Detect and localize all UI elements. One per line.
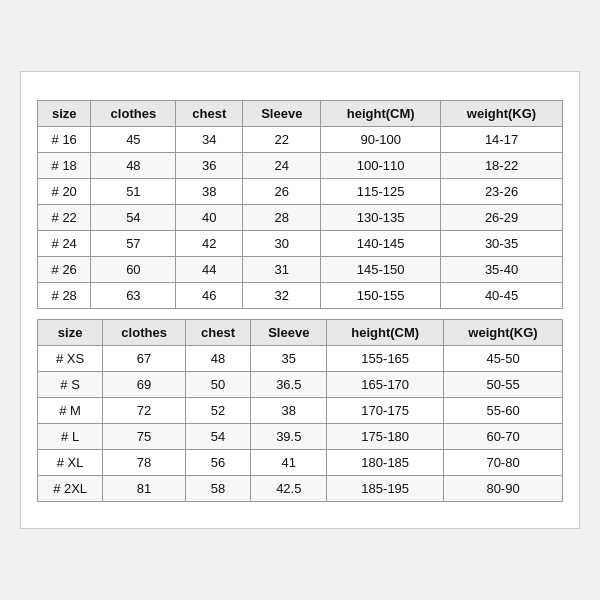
table-cell: 72: [103, 398, 186, 424]
table-cell: 28: [243, 205, 321, 231]
table-cell: # L: [38, 424, 103, 450]
table-cell: 63: [91, 283, 176, 309]
table-cell: 80-90: [444, 476, 563, 502]
table-row: # L755439.5175-18060-70: [38, 424, 563, 450]
size-table-2: sizeclotheschestSleeveheight(CM)weight(K…: [37, 319, 563, 502]
table2-header-cell: chest: [185, 320, 250, 346]
table-cell: 78: [103, 450, 186, 476]
table-cell: 56: [185, 450, 250, 476]
table-cell: 38: [176, 179, 243, 205]
table-row: # 2XL815842.5185-19580-90: [38, 476, 563, 502]
table-cell: # 24: [38, 231, 91, 257]
table2-header-row: sizeclotheschestSleeveheight(CM)weight(K…: [38, 320, 563, 346]
table2-header-cell: clothes: [103, 320, 186, 346]
table-cell: # XL: [38, 450, 103, 476]
table-row: # 24574230140-14530-35: [38, 231, 563, 257]
table-cell: 38: [251, 398, 327, 424]
table-cell: 30: [243, 231, 321, 257]
table-cell: 32: [243, 283, 321, 309]
table-cell: 45-50: [444, 346, 563, 372]
table-cell: 155-165: [327, 346, 444, 372]
table-cell: 42.5: [251, 476, 327, 502]
table1-header-cell: height(CM): [321, 101, 441, 127]
table-cell: 22: [243, 127, 321, 153]
table-cell: # 16: [38, 127, 91, 153]
table-cell: 44: [176, 257, 243, 283]
table-row: # 26604431145-15035-40: [38, 257, 563, 283]
size-table-1: sizeclotheschestSleeveheight(CM)weight(K…: [37, 100, 563, 309]
table-cell: 165-170: [327, 372, 444, 398]
table-cell: 58: [185, 476, 250, 502]
table1-header-cell: size: [38, 101, 91, 127]
table-cell: 46: [176, 283, 243, 309]
table1-header-row: sizeclotheschestSleeveheight(CM)weight(K…: [38, 101, 563, 127]
table-cell: # 20: [38, 179, 91, 205]
table1-header-cell: weight(KG): [441, 101, 563, 127]
table-cell: 35-40: [441, 257, 563, 283]
table-cell: # 28: [38, 283, 91, 309]
table-cell: 36: [176, 153, 243, 179]
table-row: # 18483624100-11018-22: [38, 153, 563, 179]
table-cell: 18-22: [441, 153, 563, 179]
table-cell: 48: [185, 346, 250, 372]
table-cell: 23-26: [441, 179, 563, 205]
table-cell: 40-45: [441, 283, 563, 309]
table-cell: # 18: [38, 153, 91, 179]
table-cell: # S: [38, 372, 103, 398]
table-row: # 28634632150-15540-45: [38, 283, 563, 309]
table-cell: 90-100: [321, 127, 441, 153]
table-cell: # XS: [38, 346, 103, 372]
table-row: # XS674835155-16545-50: [38, 346, 563, 372]
table2-body: # XS674835155-16545-50# S695036.5165-170…: [38, 346, 563, 502]
table-cell: 140-145: [321, 231, 441, 257]
table-cell: 26: [243, 179, 321, 205]
table-cell: 40: [176, 205, 243, 231]
table-cell: 185-195: [327, 476, 444, 502]
table-cell: 180-185: [327, 450, 444, 476]
table-cell: 70-80: [444, 450, 563, 476]
table-cell: 42: [176, 231, 243, 257]
table-cell: 60-70: [444, 424, 563, 450]
table-cell: 150-155: [321, 283, 441, 309]
table-cell: 50-55: [444, 372, 563, 398]
table-cell: # M: [38, 398, 103, 424]
table-row: # XL785641180-18570-80: [38, 450, 563, 476]
table2-header: sizeclotheschestSleeveheight(CM)weight(K…: [38, 320, 563, 346]
table-cell: # 26: [38, 257, 91, 283]
table-cell: 52: [185, 398, 250, 424]
table-cell: 50: [185, 372, 250, 398]
size-chart-card: sizeclotheschestSleeveheight(CM)weight(K…: [20, 71, 580, 529]
table2-header-cell: weight(KG): [444, 320, 563, 346]
table1-header-cell: Sleeve: [243, 101, 321, 127]
table-cell: 115-125: [321, 179, 441, 205]
table-cell: 24: [243, 153, 321, 179]
table1-body: # 1645342290-10014-17# 18483624100-11018…: [38, 127, 563, 309]
table-cell: 45: [91, 127, 176, 153]
table-cell: # 2XL: [38, 476, 103, 502]
table-cell: 41: [251, 450, 327, 476]
table2-header-cell: size: [38, 320, 103, 346]
table1-header-cell: clothes: [91, 101, 176, 127]
table-row: # S695036.5165-17050-55: [38, 372, 563, 398]
table-cell: 54: [91, 205, 176, 231]
table-cell: 145-150: [321, 257, 441, 283]
table-cell: 14-17: [441, 127, 563, 153]
table-cell: 75: [103, 424, 186, 450]
table1-header: sizeclotheschestSleeveheight(CM)weight(K…: [38, 101, 563, 127]
table-row: # 1645342290-10014-17: [38, 127, 563, 153]
table-cell: 100-110: [321, 153, 441, 179]
table-cell: 175-180: [327, 424, 444, 450]
table-cell: 69: [103, 372, 186, 398]
table2-header-cell: height(CM): [327, 320, 444, 346]
table-cell: 39.5: [251, 424, 327, 450]
table-cell: 60: [91, 257, 176, 283]
table2-header-cell: Sleeve: [251, 320, 327, 346]
table-cell: 51: [91, 179, 176, 205]
table-cell: 48: [91, 153, 176, 179]
table-cell: 35: [251, 346, 327, 372]
table-cell: 81: [103, 476, 186, 502]
table-cell: 36.5: [251, 372, 327, 398]
table1-header-cell: chest: [176, 101, 243, 127]
table-cell: 31: [243, 257, 321, 283]
table-cell: 30-35: [441, 231, 563, 257]
